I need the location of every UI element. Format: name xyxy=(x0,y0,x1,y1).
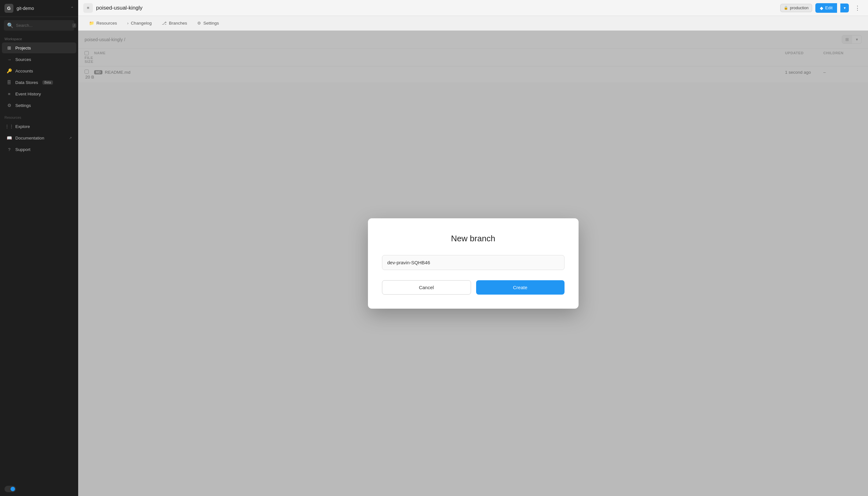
settings-gear-icon: ⚙ xyxy=(197,21,201,26)
edit-button[interactable]: ◆ Edit xyxy=(815,3,837,13)
branch-icon: ⎇ xyxy=(162,21,167,26)
sidebar-item-label: Explore xyxy=(15,124,30,129)
sidebar-item-settings[interactable]: ⚙ Settings xyxy=(2,100,76,111)
search-icon: 🔍 xyxy=(7,22,13,28)
cylinder-icon: 🗄 xyxy=(6,79,12,85)
sidebar-chevron-icon: ⌃ xyxy=(70,6,74,11)
sidebar-item-label: Event History xyxy=(15,92,41,96)
toggle-knob xyxy=(11,487,15,491)
grid-icon: ⊞ xyxy=(6,45,12,51)
sidebar-item-label: Support xyxy=(15,147,30,152)
sidebar-item-explore[interactable]: ⋮⋮ Explore xyxy=(2,121,76,132)
gear-icon: ⚙ xyxy=(6,103,12,108)
sidebar-item-event-history[interactable]: ≡ Event History xyxy=(2,89,76,99)
page-title: poised-usual-kingly xyxy=(96,5,777,11)
sidebar-item-sources[interactable]: → Sources xyxy=(2,54,76,65)
resources-label: Resources xyxy=(0,111,78,121)
sidebar-item-label: Accounts xyxy=(15,68,33,73)
branch-name-input[interactable] xyxy=(382,255,565,270)
key-icon: 🔑 xyxy=(6,68,12,74)
app-logo: G xyxy=(4,4,13,13)
beta-badge: Beta xyxy=(43,80,53,84)
nav-item-settings[interactable]: ⚙ Settings xyxy=(193,19,223,28)
theme-toggle[interactable] xyxy=(4,486,16,492)
sidebar-bottom xyxy=(0,482,78,496)
nav-item-changelog[interactable]: › Changelog xyxy=(123,19,156,28)
list-icon: ≡ xyxy=(6,91,12,97)
lock-icon: 🔒 xyxy=(784,6,788,10)
sidebar-item-documentation[interactable]: 📖 Documentation ↗ xyxy=(2,133,76,143)
secondary-nav: 📁 Resources › Changelog ⎇ Branches ⚙ Set… xyxy=(78,16,868,31)
sidebar-item-accounts[interactable]: 🔑 Accounts xyxy=(2,65,76,76)
workspace-label: Workspace xyxy=(0,34,78,42)
sidebar-item-label: Projects xyxy=(15,46,31,50)
nav-label: Branches xyxy=(169,21,187,26)
app-name: git-demo xyxy=(17,6,67,11)
folder-icon: 📁 xyxy=(89,21,94,26)
sidebar-item-label: Documentation xyxy=(15,136,44,140)
sidebar-header[interactable]: G git-demo ⌃ xyxy=(0,0,78,17)
content-area: poised-usual-kingly / ⊞ ▾ NAME UPDATED C… xyxy=(78,31,868,496)
sidebar-item-label: Settings xyxy=(15,103,31,108)
search-bar[interactable]: 🔍 / xyxy=(4,20,74,31)
nav-item-branches[interactable]: ⎇ Branches xyxy=(157,19,191,28)
sidebar-item-projects[interactable]: ⊞ Projects xyxy=(2,43,76,53)
sidebar-item-label: Sources xyxy=(15,57,31,62)
nav-label: Changelog xyxy=(131,21,152,26)
nav-item-resources[interactable]: 📁 Resources xyxy=(84,19,122,28)
modal-actions: Cancel Create xyxy=(382,280,565,295)
create-button[interactable]: Create xyxy=(476,280,565,295)
question-icon: ? xyxy=(6,146,12,152)
topbar: ≡ poised-usual-kingly 🔒 production ◆ Edi… xyxy=(78,0,868,16)
sidebar-item-data-stores[interactable]: 🗄 Data Stores Beta xyxy=(2,77,76,88)
search-input[interactable] xyxy=(16,23,69,28)
env-badge[interactable]: 🔒 production xyxy=(780,4,812,12)
grid-dots-icon: ⋮⋮ xyxy=(6,124,12,129)
edit-diamond-icon: ◆ xyxy=(820,5,823,11)
nav-label: Settings xyxy=(203,21,219,26)
sidebar: G git-demo ⌃ 🔍 / Workspace ⊞ Projects → … xyxy=(0,0,78,496)
breadcrumb-icon: ≡ xyxy=(83,3,93,13)
chevron-icon: › xyxy=(127,21,129,26)
main-area: ≡ poised-usual-kingly 🔒 production ◆ Edi… xyxy=(78,0,868,496)
book-icon: 📖 xyxy=(6,135,12,141)
edit-label: Edit xyxy=(825,5,833,10)
modal-overlay[interactable]: New branch Cancel Create xyxy=(78,31,868,496)
sidebar-item-label: Data Stores xyxy=(15,80,38,85)
external-link-icon: ↗ xyxy=(69,136,72,140)
edit-dropdown-button[interactable]: ▾ xyxy=(840,3,849,13)
search-kbd: / xyxy=(72,23,76,28)
arrow-icon: → xyxy=(6,57,12,62)
new-branch-modal: New branch Cancel Create xyxy=(368,218,579,309)
cancel-button[interactable]: Cancel xyxy=(382,280,471,295)
sidebar-item-support[interactable]: ? Support xyxy=(2,144,76,155)
modal-title: New branch xyxy=(382,234,565,244)
env-badge-label: production xyxy=(790,6,808,10)
more-options-button[interactable]: ⋮ xyxy=(852,3,863,13)
nav-label: Resources xyxy=(96,21,117,26)
